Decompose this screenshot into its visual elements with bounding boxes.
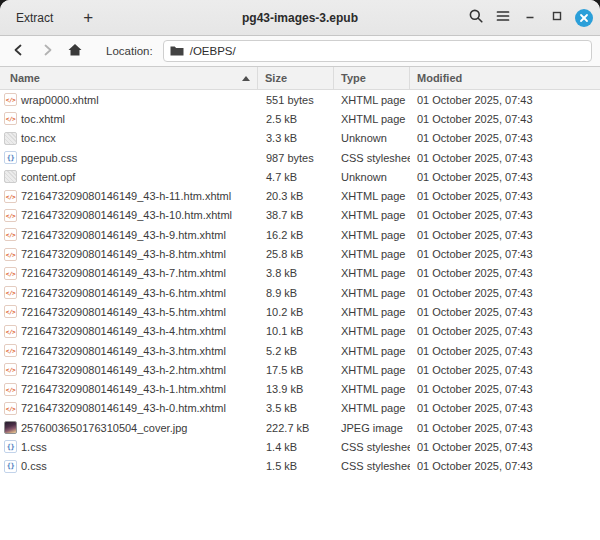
home-icon bbox=[67, 42, 83, 61]
file-size: 8.9 kB bbox=[258, 287, 334, 299]
file-modified: 01 October 2025, 07:43 bbox=[410, 441, 600, 453]
table-row[interactable]: </>7216473209080146149_43-h-3.htm.xhtml5… bbox=[0, 341, 600, 360]
file-type: XHTML page bbox=[334, 402, 410, 414]
xhtml-file-icon: </> bbox=[4, 112, 17, 125]
file-name: toc.xhtml bbox=[21, 113, 65, 125]
table-row[interactable]: {}1.css1.4 kBCSS stylesheet01 October 20… bbox=[0, 437, 600, 456]
table-row[interactable]: 2576003650176310504_cover.jpg222.7 kBJPE… bbox=[0, 418, 600, 437]
location-input[interactable]: /OEBPS/ bbox=[163, 40, 592, 62]
file-type: XHTML page bbox=[334, 190, 410, 202]
file-type: XHTML page bbox=[334, 229, 410, 241]
file-modified: 01 October 2025, 07:43 bbox=[410, 152, 600, 164]
file-name: 2576003650176310504_cover.jpg bbox=[21, 422, 187, 434]
xhtml-file-icon: </> bbox=[4, 190, 17, 203]
table-row[interactable]: </>7216473209080146149_43-h-4.htm.xhtml1… bbox=[0, 322, 600, 341]
file-modified: 01 October 2025, 07:43 bbox=[410, 94, 600, 106]
table-row[interactable]: </>7216473209080146149_43-h-2.htm.xhtml1… bbox=[0, 360, 600, 379]
file-size: 25.8 kB bbox=[258, 248, 334, 260]
table-row[interactable]: </>7216473209080146149_43-h-8.htm.xhtml2… bbox=[0, 244, 600, 263]
file-modified: 01 October 2025, 07:43 bbox=[410, 402, 600, 414]
xhtml-file-icon: </> bbox=[4, 363, 17, 376]
close-button[interactable] bbox=[574, 8, 594, 28]
forward-chevron-icon bbox=[39, 42, 55, 61]
minimize-icon bbox=[523, 9, 537, 26]
file-size: 20.3 kB bbox=[258, 190, 334, 202]
file-size: 3.3 kB bbox=[258, 132, 334, 144]
table-row[interactable]: </>7216473209080146149_43-h-6.htm.xhtml8… bbox=[0, 283, 600, 302]
table-row[interactable]: </>7216473209080146149_43-h-11.htm.xhtml… bbox=[0, 186, 600, 205]
column-header-name[interactable]: Name bbox=[0, 67, 258, 89]
file-size: 38.7 kB bbox=[258, 209, 334, 221]
file-type: XHTML page bbox=[334, 364, 410, 376]
xhtml-file-icon: </> bbox=[4, 248, 17, 261]
file-name-cell: {}1.css bbox=[0, 440, 258, 453]
file-name-cell: </>7216473209080146149_43-h-4.htm.xhtml bbox=[0, 325, 258, 338]
file-modified: 01 October 2025, 07:43 bbox=[410, 267, 600, 279]
unknown-file-icon bbox=[4, 132, 17, 145]
file-modified: 01 October 2025, 07:43 bbox=[410, 345, 600, 357]
table-row[interactable]: </>toc.xhtml2.5 kBXHTML page01 October 2… bbox=[0, 109, 600, 128]
file-modified: 01 October 2025, 07:43 bbox=[410, 229, 600, 241]
table-row[interactable]: </>7216473209080146149_43-h-0.htm.xhtml3… bbox=[0, 399, 600, 418]
file-name-cell: </>7216473209080146149_43-h-0.htm.xhtml bbox=[0, 402, 258, 415]
file-modified: 01 October 2025, 07:43 bbox=[410, 113, 600, 125]
file-name: 7216473209080146149_43-h-3.htm.xhtml bbox=[21, 345, 226, 357]
file-size: 3.8 kB bbox=[258, 267, 334, 279]
search-icon bbox=[468, 8, 484, 27]
file-name-cell: </>7216473209080146149_43-h-3.htm.xhtml bbox=[0, 344, 258, 357]
table-row[interactable]: content.opf4.7 kBUnknown01 October 2025,… bbox=[0, 167, 600, 186]
table-row[interactable]: toc.ncx3.3 kBUnknown01 October 2025, 07:… bbox=[0, 129, 600, 148]
column-header-modified[interactable]: Modified bbox=[410, 67, 600, 89]
table-row[interactable]: {}pgepub.css987 bytesCSS stylesheet01 Oc… bbox=[0, 148, 600, 167]
table-row[interactable]: </>7216473209080146149_43-h-1.htm.xhtml1… bbox=[0, 379, 600, 398]
back-button[interactable] bbox=[8, 40, 30, 62]
file-modified: 01 October 2025, 07:43 bbox=[410, 171, 600, 183]
table-row[interactable]: </>7216473209080146149_43-h-10.htm.xhtml… bbox=[0, 206, 600, 225]
file-size: 3.5 kB bbox=[258, 402, 334, 414]
close-icon bbox=[575, 9, 593, 27]
xhtml-file-icon: </> bbox=[4, 325, 17, 338]
add-files-button[interactable]: + bbox=[75, 6, 101, 30]
file-type: CSS stylesheet bbox=[334, 152, 410, 164]
file-modified: 01 October 2025, 07:43 bbox=[410, 364, 600, 376]
xhtml-file-icon: </> bbox=[4, 209, 17, 222]
maximize-icon bbox=[550, 9, 564, 26]
table-row[interactable]: </>7216473209080146149_43-h-9.htm.xhtml1… bbox=[0, 225, 600, 244]
file-list: </>wrap0000.xhtml551 bytesXHTML page01 O… bbox=[0, 90, 600, 540]
file-name-cell: </>7216473209080146149_43-h-1.htm.xhtml bbox=[0, 383, 258, 396]
table-row[interactable]: </>7216473209080146149_43-h-5.htm.xhtml1… bbox=[0, 302, 600, 321]
minimize-button[interactable] bbox=[520, 8, 540, 28]
table-row[interactable]: </>7216473209080146149_43-h-7.htm.xhtml3… bbox=[0, 264, 600, 283]
maximize-button[interactable] bbox=[547, 8, 567, 28]
file-name: 7216473209080146149_43-h-0.htm.xhtml bbox=[21, 402, 226, 414]
file-modified: 01 October 2025, 07:43 bbox=[410, 422, 600, 434]
home-button[interactable] bbox=[64, 40, 86, 62]
column-header-type[interactable]: Type bbox=[334, 67, 410, 89]
file-name-cell: </>7216473209080146149_43-h-6.htm.xhtml bbox=[0, 286, 258, 299]
file-name: 7216473209080146149_43-h-11.htm.xhtml bbox=[21, 190, 231, 202]
location-path: /OEBPS/ bbox=[190, 45, 236, 57]
menu-button[interactable] bbox=[493, 8, 513, 28]
file-size: 4.7 kB bbox=[258, 171, 334, 183]
file-name-cell: {}0.css bbox=[0, 460, 258, 473]
extract-button[interactable]: Extract bbox=[8, 7, 61, 29]
css-file-icon: {} bbox=[4, 440, 17, 453]
file-type: XHTML page bbox=[334, 345, 410, 357]
file-name-cell: </>7216473209080146149_43-h-8.htm.xhtml bbox=[0, 248, 258, 261]
forward-button[interactable] bbox=[36, 40, 58, 62]
file-type: XHTML page bbox=[334, 306, 410, 318]
file-name-cell: </>7216473209080146149_43-h-10.htm.xhtml bbox=[0, 209, 258, 222]
table-row[interactable]: </>wrap0000.xhtml551 bytesXHTML page01 O… bbox=[0, 90, 600, 109]
table-row[interactable]: {}0.css1.5 kBCSS stylesheet01 October 20… bbox=[0, 457, 600, 476]
file-name: 7216473209080146149_43-h-2.htm.xhtml bbox=[21, 364, 226, 376]
file-size: 987 bytes bbox=[258, 152, 334, 164]
file-name: 1.css bbox=[21, 441, 47, 453]
file-type: XHTML page bbox=[334, 209, 410, 221]
file-type: XHTML page bbox=[334, 287, 410, 299]
column-header-size[interactable]: Size bbox=[258, 67, 334, 89]
file-modified: 01 October 2025, 07:43 bbox=[410, 306, 600, 318]
search-button[interactable] bbox=[466, 8, 486, 28]
file-modified: 01 October 2025, 07:43 bbox=[410, 325, 600, 337]
xhtml-file-icon: </> bbox=[4, 344, 17, 357]
css-file-icon: {} bbox=[4, 151, 17, 164]
